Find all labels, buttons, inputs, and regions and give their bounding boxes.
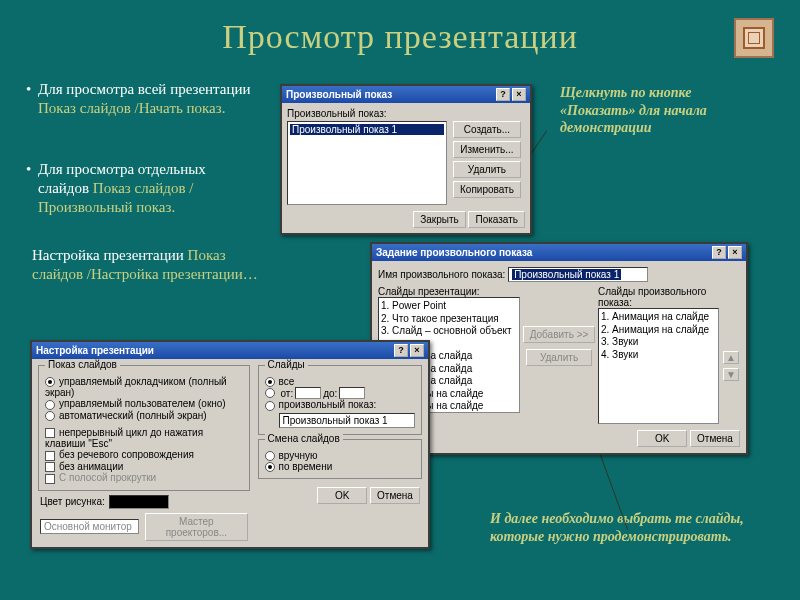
close-button[interactable]: Закрыть xyxy=(413,211,466,228)
radio-range[interactable] xyxy=(265,388,275,398)
dlg2-right-label: Слайды произвольного показа: xyxy=(598,286,740,308)
group-advance: Смена слайдов вручную по времени xyxy=(258,439,422,480)
close-icon[interactable]: × xyxy=(728,246,742,259)
cancel-button[interactable]: Отмена xyxy=(370,487,420,504)
check-scroll[interactable]: С полосой прокрутки xyxy=(45,472,243,483)
bullet-2: Для просмотра отдельных слайдов Показ сл… xyxy=(26,160,256,216)
close-icon[interactable]: × xyxy=(512,88,526,101)
check-loop[interactable]: непрерывный цикл до нажатия клавиши "Esc… xyxy=(45,427,243,449)
bullet1-hl: Показ слайдов /Начать показ. xyxy=(38,100,225,116)
list-item[interactable]: 3. Звуки xyxy=(601,336,716,349)
annotation-select: И далее необходимо выбрать те слайды, ко… xyxy=(490,510,780,545)
dlg1-title: Произвольный показ xyxy=(286,89,392,100)
cancel-button[interactable]: Отмена xyxy=(690,430,740,447)
page-title: Просмотр презентации xyxy=(0,0,800,64)
dlg2-name-label: Имя произвольного показа: xyxy=(378,269,505,280)
bullet3-text: Настройка презентации xyxy=(32,247,188,263)
dlg2-name-value: Произвольный показ 1 xyxy=(512,269,621,280)
dlg2-title: Задание произвольного показа xyxy=(376,247,532,258)
dlg1-list-item[interactable]: Произвольный показ 1 xyxy=(290,124,444,135)
check-narr[interactable]: без речевого сопровождения xyxy=(45,449,243,460)
dlg2-right-list[interactable]: 1. Анимация на слайде 2. Анимация на сла… xyxy=(598,308,719,424)
close-icon[interactable]: × xyxy=(410,344,424,357)
delete-button[interactable]: Удалить xyxy=(453,161,521,178)
radio-all[interactable]: все xyxy=(265,376,415,387)
help-icon[interactable]: ? xyxy=(496,88,510,101)
pen-color-picker[interactable] xyxy=(109,495,169,509)
ok-button[interactable]: OK xyxy=(637,430,687,447)
group-show-type: Показ слайдов управляемый докладчиком (п… xyxy=(38,365,250,491)
group-slides: Слайды все от: до: произвольный показ: П… xyxy=(258,365,422,435)
list-item[interactable]: 2. Анимация на слайде xyxy=(601,324,716,337)
presentation-icon xyxy=(734,18,774,58)
list-item[interactable]: 1. Power Point xyxy=(381,300,517,313)
slideshow-settings-dialog: Настройка презентации ? × Показ слайдов … xyxy=(30,340,430,549)
ok-button[interactable]: OK xyxy=(317,487,367,504)
move-down-button[interactable]: ▼ xyxy=(723,368,739,381)
radio-auto[interactable]: автоматический (полный экран) xyxy=(45,410,243,421)
legend-slides: Слайды xyxy=(265,359,308,370)
legend-show-type: Показ слайдов xyxy=(45,359,120,370)
monitor-select[interactable]: Основной монитор xyxy=(40,519,139,534)
dlg3-title: Настройка презентации xyxy=(36,345,154,356)
radio-full[interactable]: управляемый докладчиком (полный экран) xyxy=(45,376,243,398)
help-icon[interactable]: ? xyxy=(394,344,408,357)
dlg2-titlebar: Задание произвольного показа ? × xyxy=(372,244,746,261)
annotation-show: Щелкнуть по кнопке «Показать» для начала… xyxy=(560,84,770,137)
edit-button[interactable]: Изменить... xyxy=(453,141,521,158)
dlg2-name-input[interactable]: Произвольный показ 1 xyxy=(508,267,648,282)
add-button[interactable]: Добавить >> xyxy=(523,326,596,343)
move-up-button[interactable]: ▲ xyxy=(723,351,739,364)
radio-custom[interactable]: произвольный показ: xyxy=(265,399,415,410)
copy-button[interactable]: Копировать xyxy=(453,181,521,198)
bullet-1: Для просмотра всей презентации Показ сла… xyxy=(26,80,256,118)
legend-advance: Смена слайдов xyxy=(265,433,343,444)
radio-time[interactable]: по времени xyxy=(265,461,415,472)
to-input[interactable] xyxy=(339,387,365,399)
show-button[interactable]: Показать xyxy=(468,211,525,228)
projector-master-button[interactable]: Мастер проекторов... xyxy=(145,513,247,541)
dlg1-label: Произвольный показ: xyxy=(287,108,525,119)
create-button[interactable]: Создать... xyxy=(453,121,521,138)
help-icon[interactable]: ? xyxy=(712,246,726,259)
dlg2-left-label: Слайды презентации: xyxy=(378,286,520,297)
bullet-3: Настройка презентации Показ слайдов /Нас… xyxy=(32,246,262,284)
radio-win[interactable]: управляемый пользователем (окно) xyxy=(45,398,243,409)
list-item[interactable]: 4. Звуки xyxy=(601,349,716,362)
check-anim[interactable]: без анимации xyxy=(45,461,243,472)
dlg1-titlebar: Произвольный показ ? × xyxy=(282,86,530,103)
list-item[interactable]: 1. Анимация на слайде xyxy=(601,311,716,324)
custom-show-dialog: Произвольный показ ? × Произвольный пока… xyxy=(280,84,532,235)
dlg3-titlebar: Настройка презентации ? × xyxy=(32,342,428,359)
bullet1-text: Для просмотра всей презентации xyxy=(38,81,251,97)
list-item[interactable]: 2. Что такое презентация xyxy=(381,313,517,326)
from-input[interactable] xyxy=(295,387,321,399)
pen-color-label: Цвет рисунка: xyxy=(40,496,105,507)
radio-manual[interactable]: вручную xyxy=(265,450,415,461)
custom-select[interactable]: Произвольный показ 1 xyxy=(279,413,415,428)
dlg1-listbox[interactable]: Произвольный показ 1 xyxy=(287,121,447,205)
remove-button[interactable]: Удалить xyxy=(526,349,592,366)
